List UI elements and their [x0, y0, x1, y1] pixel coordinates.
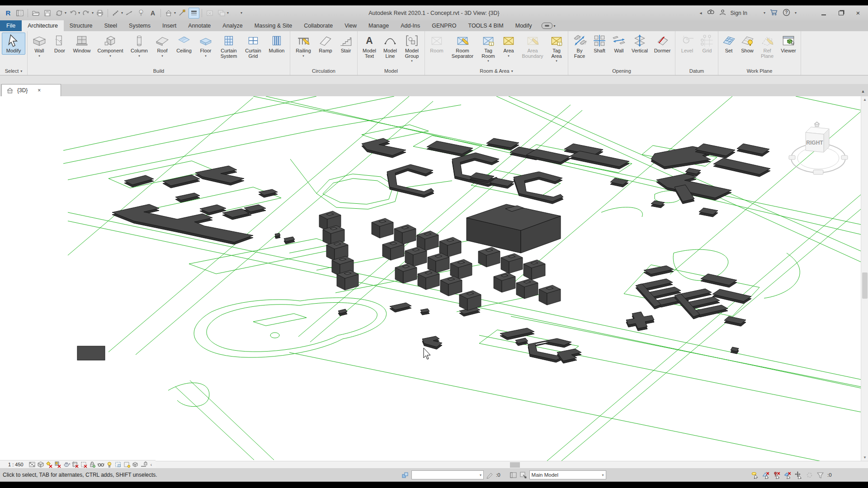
panel-label[interactable]: Select▾: [0, 67, 27, 75]
select-underlay-icon[interactable]: [762, 471, 770, 479]
scale-button[interactable]: 1 : 450: [2, 462, 27, 467]
drag-on-selection-icon[interactable]: [795, 471, 802, 479]
ref-plane-button[interactable]: Ref Plane: [757, 33, 777, 60]
tab-systems[interactable]: Systems: [123, 20, 156, 31]
tab-add-ins[interactable]: Add-Ins: [395, 20, 426, 31]
filter-icon[interactable]: [816, 471, 824, 479]
visual-style-icon[interactable]: [37, 461, 44, 468]
area-boundary-button[interactable]: Area Boundary: [519, 33, 546, 60]
select-links-icon[interactable]: [751, 471, 759, 479]
panel-label[interactable]: Opening: [568, 67, 675, 75]
level-button[interactable]: .!Level: [677, 33, 697, 55]
view-tab-close-icon[interactable]: ×: [38, 87, 41, 94]
shadows-icon[interactable]: [54, 461, 61, 468]
minimize-button[interactable]: [817, 8, 830, 18]
dropdown-caret-icon[interactable]: ▾: [556, 59, 557, 62]
temporary-view-properties-icon[interactable]: [114, 461, 122, 468]
close-button[interactable]: ×: [852, 8, 864, 18]
section-icon[interactable]: [177, 8, 188, 19]
open-icon[interactable]: [30, 8, 41, 19]
search-icon[interactable]: [707, 9, 715, 17]
scroll-down-icon[interactable]: ▼: [861, 454, 868, 461]
model-group-button[interactable]: Model Group▾: [401, 33, 423, 63]
tab-analyze[interactable]: Analyze: [217, 20, 248, 31]
design-options-icon[interactable]: [519, 471, 527, 479]
reveal-hidden-elements-icon[interactable]: [106, 461, 113, 468]
vertical-scroll-thumb[interactable]: [862, 272, 868, 299]
railing-button[interactable]: Railing▾: [292, 33, 315, 58]
dropdown-caret-icon[interactable]: ▾: [161, 54, 163, 57]
wall-button[interactable]: Wall▾: [29, 33, 49, 58]
wall-button[interactable]: Wall: [610, 33, 628, 55]
curtain-system-button[interactable]: Curtain System: [217, 33, 241, 60]
crop-view-icon[interactable]: [71, 461, 79, 468]
ramp-button[interactable]: Ramp: [316, 33, 335, 55]
sync-with-central-icon[interactable]: [54, 8, 65, 19]
dropdown-caret-icon[interactable]: ▾: [508, 54, 509, 57]
dropdown-caret-icon[interactable]: ▾: [411, 59, 413, 62]
editing-requests-icon[interactable]: [486, 471, 494, 479]
stair-button[interactable]: Stair: [336, 33, 355, 55]
lock-3d-view-icon[interactable]: [89, 461, 96, 468]
floor-button[interactable]: Floor▾: [196, 33, 216, 58]
tab-manage[interactable]: Manage: [363, 20, 395, 31]
dropdown-caret-icon[interactable]: ▾: [487, 59, 489, 62]
viewcube-home-icon[interactable]: [814, 122, 820, 127]
displacement-icon[interactable]: [132, 461, 139, 468]
compass-south-handle[interactable]: [813, 170, 823, 174]
undo-caret-icon[interactable]: ▾: [78, 11, 80, 15]
select-pinned-icon[interactable]: [773, 471, 781, 479]
tab-modify[interactable]: Modify: [509, 20, 538, 31]
undo-icon[interactable]: [67, 8, 78, 19]
customize-qat-caret-icon[interactable]: ▾: [241, 11, 242, 15]
file-menu-icon[interactable]: [14, 8, 25, 19]
measure-icon[interactable]: [110, 8, 121, 19]
panel-label[interactable]: Model: [358, 67, 425, 75]
default-3d-view-icon[interactable]: [163, 8, 174, 19]
dormer-button[interactable]: Dormer: [651, 33, 673, 55]
column-button[interactable]: Column▾: [127, 33, 151, 58]
tab-massing-site[interactable]: Massing & Site: [249, 20, 298, 31]
dropdown-caret-icon[interactable]: ▾: [205, 54, 207, 57]
worksets-icon[interactable]: [401, 471, 409, 479]
tab-view[interactable]: View: [339, 20, 363, 31]
model-line-button[interactable]: Model Line: [380, 33, 400, 60]
design-options-select[interactable]: Main Model▾: [529, 470, 606, 479]
component-button[interactable]: Component▾: [94, 33, 126, 58]
tab-architecture[interactable]: Architecture: [22, 20, 64, 31]
text-icon[interactable]: A: [147, 8, 158, 19]
horizontal-scroll-thumb[interactable]: [510, 462, 520, 468]
tab-insert[interactable]: Insert: [156, 20, 182, 31]
collapse-view-control-bar-icon[interactable]: ‹: [149, 462, 154, 467]
show-button[interactable]: Show: [738, 33, 756, 55]
grid-button[interactable]: Grid: [698, 33, 716, 55]
default-3d-view-caret-icon[interactable]: ▾: [174, 11, 176, 15]
mullion-button[interactable]: Mullion: [265, 33, 288, 55]
collapse-infocenter-icon[interactable]: ◂: [700, 10, 702, 15]
tab-file[interactable]: File: [0, 20, 22, 31]
app-logo-icon[interactable]: R: [3, 8, 14, 19]
shaft-button[interactable]: Shaft: [590, 33, 609, 55]
panel-label[interactable]: Room & Area▾: [425, 67, 568, 75]
ceiling-button[interactable]: Ceiling: [173, 33, 195, 55]
help-icon[interactable]: ?: [783, 9, 790, 18]
thin-lines-icon[interactable]: [189, 8, 199, 19]
roof-button[interactable]: Roof▾: [152, 33, 172, 58]
redo-caret-icon[interactable]: ▾: [92, 11, 94, 15]
panel-label[interactable]: Work Plane: [718, 67, 801, 75]
set-button[interactable]: Set: [720, 33, 737, 55]
panel-caret-icon[interactable]: ▾: [511, 69, 513, 73]
save-icon[interactable]: [42, 8, 53, 19]
print-icon[interactable]: [94, 8, 105, 19]
measure-caret-icon[interactable]: ▾: [121, 11, 123, 15]
area-button[interactable]: Area▾: [499, 33, 518, 58]
restore-button[interactable]: [835, 8, 847, 18]
tab-steel[interactable]: Steel: [99, 20, 123, 31]
dropdown-caret-icon[interactable]: ▾: [109, 54, 111, 57]
panel-caret-icon[interactable]: ▾: [20, 69, 22, 73]
redo-icon[interactable]: [81, 8, 92, 19]
active-workset-select[interactable]: ▾: [411, 470, 484, 479]
tab-annotate[interactable]: Annotate: [182, 20, 217, 31]
room-button[interactable]: Room: [427, 33, 447, 55]
drawing-area[interactable]: RIGHT: [0, 96, 861, 461]
